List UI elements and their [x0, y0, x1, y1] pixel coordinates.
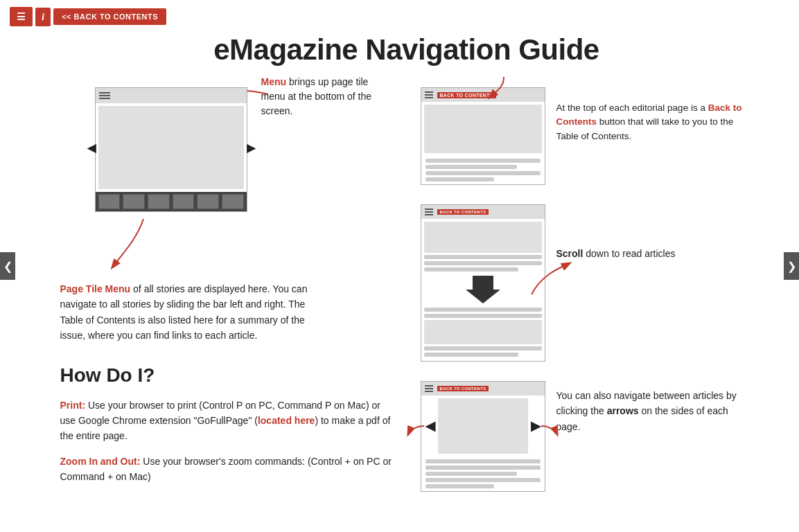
filmstrip-cell [148, 194, 170, 209]
arrows-diag-nav: ◀ ▶ [421, 396, 545, 456]
menu-button[interactable]: ☰ [10, 7, 33, 26]
scroll-lines-end [424, 346, 542, 357]
scroll-bold: Scroll [556, 248, 583, 259]
zoom-paragraph: Zoom In and Out: Use your browser's zoom… [60, 454, 393, 485]
print-label: Print: [60, 400, 86, 411]
filmstrip-cell [173, 194, 195, 209]
menu-annotation: Menu brings up page tile menu at the bot… [261, 75, 386, 118]
line [425, 484, 495, 488]
diag-menu-icon [425, 91, 433, 98]
back-btn-diag-arrows: BACK TO CONTENTS [437, 386, 489, 391]
diag-right-arrow: ▶ [247, 141, 255, 154]
line [425, 171, 541, 175]
two-column-layout: Menu brings up page tile menu at the bot… [60, 87, 753, 495]
arrows-bold: arrows [607, 405, 639, 416]
right-column: BACK TO CONTENTS At the top of each edit… [421, 87, 753, 495]
filmstrip [96, 192, 247, 211]
arrows-annotation: You can also navigate between articles b… [556, 381, 753, 434]
filmstrip-cell [222, 194, 244, 209]
line [425, 177, 495, 181]
line [425, 478, 541, 482]
line [425, 459, 541, 463]
scroll-block-bottom [424, 320, 542, 344]
line [424, 346, 542, 351]
tile-menu-bold: Page Tile Menu [60, 283, 131, 294]
diag-left-arrow: ◀ [87, 141, 96, 154]
line [425, 466, 541, 470]
line [425, 472, 518, 476]
main-content: eMagazine Navigation Guide Menu brings u… [19, 33, 781, 529]
arrows-diagram: BACK TO CONTENTS ◀ ▶ [421, 381, 545, 492]
scroll-content [421, 219, 545, 361]
scroll-block-top [424, 222, 542, 253]
filmstrip-cell [123, 194, 145, 209]
scroll-lines-top [424, 255, 542, 272]
arrows-row: BACK TO CONTENTS ◀ ▶ [421, 381, 753, 492]
scroll-row: BACK TO CONTENTS [421, 204, 753, 362]
diag-text-lines [421, 156, 545, 184]
print-paragraph: Print: Use your browser to print (Contro… [60, 398, 393, 444]
diag-content-gray [424, 105, 542, 153]
line [424, 353, 518, 357]
back-to-contents-row: BACK TO CONTENTS At the top of each edit… [421, 87, 753, 185]
back-arrow-svg [476, 77, 532, 105]
left-column: Menu brings up page tile menu at the bot… [60, 87, 393, 495]
arrows-diag-header: BACK TO CONTENTS [421, 382, 545, 396]
page-title: eMagazine Navigation Guide [60, 33, 753, 66]
scroll-diag-header: BACK TO CONTENTS [421, 205, 545, 219]
diag-menu-icon3 [425, 385, 433, 392]
svg-marker-0 [466, 276, 500, 303]
line [424, 255, 542, 259]
tile-arrow-svg [109, 219, 178, 274]
zoom-label: Zoom In and Out: [60, 456, 141, 467]
arrows-diag-text-lines [421, 456, 545, 491]
hamburger-icon [99, 91, 110, 100]
line [424, 261, 542, 265]
scroll-annotation: Scroll down to read articles [556, 204, 676, 261]
diag-header [96, 88, 247, 103]
how-do-i-section: How Do I? Print: Use your browser to pri… [60, 364, 393, 485]
menu-diagram: ◀ ▶ [95, 87, 247, 212]
chevron-left-icon: ❮ [3, 260, 12, 273]
line [425, 165, 518, 169]
line [424, 314, 542, 318]
toolbar: ☰ i << BACK TO CONTENTS [0, 0, 799, 33]
nav-left-button[interactable]: ❮ [0, 252, 15, 280]
scroll-lines-bottom [424, 308, 542, 318]
big-down-arrow [466, 276, 500, 303]
filmstrip-cell [98, 194, 121, 209]
info-button[interactable]: i [35, 8, 51, 26]
back-btn-diag-small: BACK TO CONTENTS [437, 209, 489, 215]
right-arrow-curve [540, 419, 561, 440]
line [425, 159, 541, 163]
back-to-contents-button[interactable]: << BACK TO CONTENTS [53, 8, 166, 25]
line [424, 308, 542, 312]
scroll-arrow-wrapper [424, 273, 542, 306]
located-here-link[interactable]: located here [258, 415, 315, 426]
diag-menu-icon2 [425, 209, 433, 215]
scroll-curve-svg [528, 260, 577, 301]
left-arrow-curve [407, 419, 428, 440]
arrows-center-content [438, 398, 528, 454]
line [424, 267, 518, 272]
filmstrip-cell [197, 194, 219, 209]
chevron-right-icon: ❯ [787, 260, 796, 273]
tile-menu-annotation: Page Tile Menu of all stories are displa… [60, 281, 324, 344]
back-to-contents-annotation: At the top of each editorial page is a B… [556, 87, 753, 143]
how-do-i-title: How Do I? [60, 364, 393, 387]
scroll-diagram: BACK TO CONTENTS [421, 204, 545, 362]
diag-right-nav-arrow: ▶ [531, 418, 541, 434]
nav-right-button[interactable]: ❯ [784, 252, 799, 280]
